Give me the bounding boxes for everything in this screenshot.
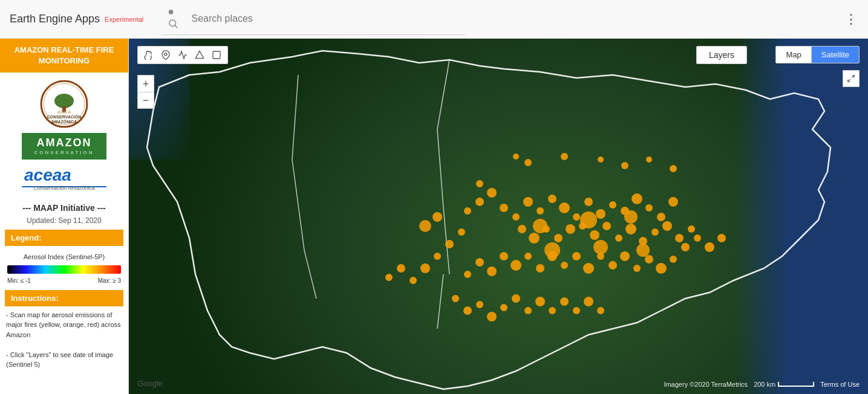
svg-point-72: [694, 234, 701, 242]
app-header: Earth Engine Apps Experimental ● ⋮: [0, 0, 868, 39]
sidebar-title: AMAZON REAL-TIME FIREMONITORING: [0, 39, 128, 73]
aceaa-subtitle: Conservación Amazónica: [22, 185, 106, 191]
acca-logo: CONSERVACIÓN AMAZÓNICA ACCA: [40, 80, 88, 128]
svg-point-25: [609, 201, 616, 208]
map-attribution: Imagery ©2020 TerraMetrics 200 km Terms …: [664, 381, 860, 388]
svg-point-18: [523, 197, 533, 207]
svg-point-75: [476, 180, 483, 187]
svg-point-100: [513, 153, 519, 160]
svg-point-55: [609, 261, 617, 270]
svg-point-32: [590, 230, 599, 240]
svg-point-60: [670, 256, 677, 263]
svg-point-49: [536, 264, 544, 273]
google-watermark: Google: [137, 379, 163, 388]
svg-text:CONSERVACIÓN: CONSERVACIÓN: [47, 114, 82, 119]
svg-point-45: [566, 224, 575, 234]
svg-point-17: [512, 213, 520, 221]
amazon-conservation-logo: AMAZON CONSERVATION: [22, 133, 106, 159]
svg-line-15: [437, 274, 443, 329]
instruction-1: - Scan map for aerosol emissions of majo…: [6, 310, 122, 340]
svg-point-95: [573, 307, 580, 314]
layers-button[interactable]: Layers: [696, 46, 747, 64]
svg-line-10: [292, 160, 304, 250]
rectangle-tool-button[interactable]: [209, 49, 224, 61]
svg-point-65: [445, 240, 454, 248]
logo-section: CONSERVACIÓN AMAZÓNICA ACCA AMAZON CONSE…: [0, 73, 128, 198]
svg-marker-108: [195, 51, 203, 58]
svg-point-105: [646, 157, 652, 163]
main-layout: AMAZON REAL-TIME FIREMONITORING CONSERVA…: [0, 39, 868, 394]
svg-point-86: [463, 306, 472, 315]
terms-of-use-link[interactable]: Terms of Use: [820, 381, 860, 388]
svg-point-89: [500, 304, 507, 311]
svg-point-81: [624, 210, 638, 224]
fullscreen-button[interactable]: [843, 70, 860, 87]
map-type-satellite-button[interactable]: Satellite: [812, 47, 859, 63]
hand-tool-button[interactable]: [142, 49, 156, 61]
svg-point-97: [597, 307, 604, 314]
scale-max: Max: ≥ 3: [98, 277, 121, 284]
svg-point-76: [487, 188, 497, 198]
polyline-tool-button[interactable]: [175, 49, 190, 61]
instruction-2: - Click "Layers" to see date of image (S…: [6, 350, 122, 370]
svg-point-90: [512, 294, 520, 303]
svg-point-78: [464, 207, 471, 215]
svg-point-101: [524, 159, 532, 166]
svg-point-93: [549, 307, 556, 314]
svg-point-42: [529, 233, 540, 244]
svg-point-83: [593, 240, 608, 254]
svg-point-106: [670, 165, 677, 172]
svg-point-84: [636, 244, 650, 257]
svg-point-87: [476, 301, 483, 308]
scale-labels: Min: ≤ -1 Max: ≥ 3: [0, 276, 128, 285]
svg-point-57: [633, 265, 641, 272]
map-type-map-button[interactable]: Map: [776, 47, 811, 63]
svg-line-13: [437, 129, 443, 208]
svg-point-48: [524, 253, 532, 260]
svg-point-69: [397, 264, 405, 273]
svg-point-19: [537, 207, 544, 215]
svg-text:AMAZÓNICA: AMAZÓNICA: [51, 119, 77, 124]
svg-point-91: [524, 307, 532, 314]
svg-point-47: [511, 260, 521, 271]
svg-line-9: [292, 75, 298, 160]
svg-point-92: [535, 297, 545, 306]
aceaa-logo: aceaa: [22, 164, 106, 187]
more-options-button[interactable]: ⋮: [844, 11, 858, 27]
search-icon: ●: [168, 5, 186, 32]
aerosol-label: Aerosol Index (Sentinel-5P): [0, 251, 128, 263]
svg-point-34: [615, 234, 622, 242]
svg-point-58: [645, 255, 653, 263]
svg-point-104: [621, 162, 628, 169]
map-svg: [129, 39, 868, 394]
search-bar[interactable]: ●: [163, 3, 465, 35]
svg-point-29: [657, 213, 665, 221]
instructions-text: - Scan map for aerosol emissions of majo…: [0, 310, 128, 370]
svg-point-37: [651, 228, 659, 236]
zoom-in-button[interactable]: +: [137, 75, 154, 92]
instructions-header: Instructions:: [5, 290, 123, 306]
svg-point-107: [165, 53, 167, 56]
svg-point-68: [410, 277, 417, 284]
marker-tool-button[interactable]: [158, 49, 173, 61]
map-toolbar: [137, 46, 228, 64]
color-scale-bar: [7, 265, 121, 274]
svg-point-16: [500, 204, 508, 212]
svg-point-21: [559, 202, 570, 213]
svg-point-94: [560, 297, 569, 306]
svg-point-4: [54, 94, 74, 108]
svg-point-103: [598, 157, 604, 163]
map-type-toggle: Map Satellite: [775, 46, 860, 63]
scale-line: [778, 382, 814, 387]
svg-point-52: [572, 252, 581, 260]
svg-line-12: [437, 60, 449, 129]
svg-point-77: [475, 198, 484, 206]
search-input[interactable]: [191, 13, 460, 24]
svg-line-11: [304, 250, 316, 299]
polygon-tool-button[interactable]: [192, 49, 207, 61]
svg-point-59: [656, 263, 667, 274]
svg-point-38: [662, 221, 672, 231]
svg-point-20: [548, 195, 556, 203]
map-container[interactable]: + − Layers Map Satellite Google Imagery …: [129, 39, 868, 394]
zoom-out-button[interactable]: −: [137, 92, 154, 109]
